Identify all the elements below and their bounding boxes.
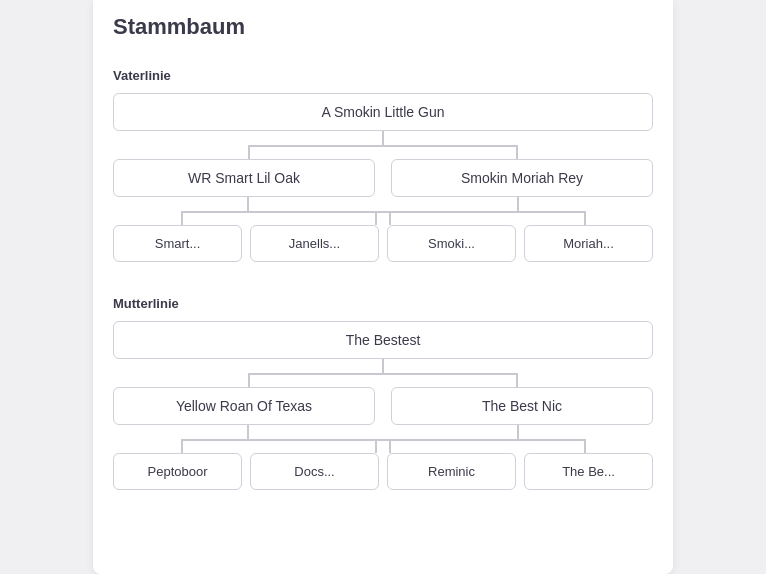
- vaterlinie-level2: WR Smart Lil Oak Smokin Moriah Rey: [113, 159, 653, 197]
- mutterlinie-connector-dual-left-l: [181, 439, 183, 453]
- card: Stammbaum Vaterlinie A Smokin Little Gun…: [93, 0, 673, 574]
- vaterlinie-node-l3-2[interactable]: Janells...: [250, 225, 379, 262]
- mutterlinie-node-l1[interactable]: The Bestest: [113, 321, 653, 359]
- vaterlinie-node-l3-3[interactable]: Smoki...: [387, 225, 516, 262]
- mutterlinie-connector-split-left: [248, 373, 250, 387]
- page-title: Stammbaum: [113, 0, 653, 58]
- connector-dual-right-l: [375, 211, 377, 225]
- mutterlinie-connector-dual-right-r: [584, 439, 586, 453]
- vaterlinie-level3: Smart... Janells... Smoki... Moriah...: [113, 225, 653, 262]
- vaterlinie-node-l3-4[interactable]: Moriah...: [524, 225, 653, 262]
- vaterlinie-node-l3-1[interactable]: Smart...: [113, 225, 242, 262]
- mutterlinie-level3: Peptoboor Docs... Reminic The Be...: [113, 453, 653, 490]
- mutterlinie-node-l3-2[interactable]: Docs...: [250, 453, 379, 490]
- mutterlinie-connector-split-right: [516, 373, 518, 387]
- mutterlinie-node-l2-left[interactable]: Yellow Roan Of Texas: [113, 387, 375, 425]
- vaterlinie-section: Vaterlinie A Smokin Little Gun WR Smart …: [113, 68, 653, 262]
- page-container: Stammbaum Vaterlinie A Smokin Little Gun…: [0, 0, 766, 574]
- mutterlinie-node-l3-1[interactable]: Peptoboor: [113, 453, 242, 490]
- section-divider: [113, 270, 653, 286]
- mutterlinie-node-l3-4[interactable]: The Be...: [524, 453, 653, 490]
- mutterlinie-connector-dual: [113, 425, 653, 453]
- mutterlinie-level2: Yellow Roan Of Texas The Best Nic: [113, 387, 653, 425]
- connector-dual-left: [113, 197, 383, 225]
- mutterlinie-connector-dual-right-l: [375, 439, 377, 453]
- mutterlinie-node-l2-right[interactable]: The Best Nic: [391, 387, 653, 425]
- mutterlinie-connector-dual-right: [383, 425, 653, 453]
- connector-dual-right: [383, 197, 653, 225]
- vaterlinie-node-l2-right[interactable]: Smokin Moriah Rey: [391, 159, 653, 197]
- vaterlinie-node-l1[interactable]: A Smokin Little Gun: [113, 93, 653, 131]
- mutterlinie-label: Mutterlinie: [113, 296, 653, 311]
- vaterlinie-connector-dual: [113, 197, 653, 225]
- connector-dual-left-l: [181, 211, 183, 225]
- vaterlinie-connector-split: [113, 131, 653, 159]
- mutterlinie-level1: The Bestest: [113, 321, 653, 359]
- connector-split-right: [516, 145, 518, 159]
- connector-split-left: [248, 145, 250, 159]
- vaterlinie-level1: A Smokin Little Gun: [113, 93, 653, 131]
- mutterlinie-section: Mutterlinie The Bestest Yellow Roan Of T…: [113, 296, 653, 490]
- connector-dual-right-r: [584, 211, 586, 225]
- vaterlinie-label: Vaterlinie: [113, 68, 653, 83]
- mutterlinie-connector-split: [113, 359, 653, 387]
- mutterlinie-node-l3-3[interactable]: Reminic: [387, 453, 516, 490]
- mutterlinie-connector-dual-left: [113, 425, 383, 453]
- vaterlinie-node-l2-left[interactable]: WR Smart Lil Oak: [113, 159, 375, 197]
